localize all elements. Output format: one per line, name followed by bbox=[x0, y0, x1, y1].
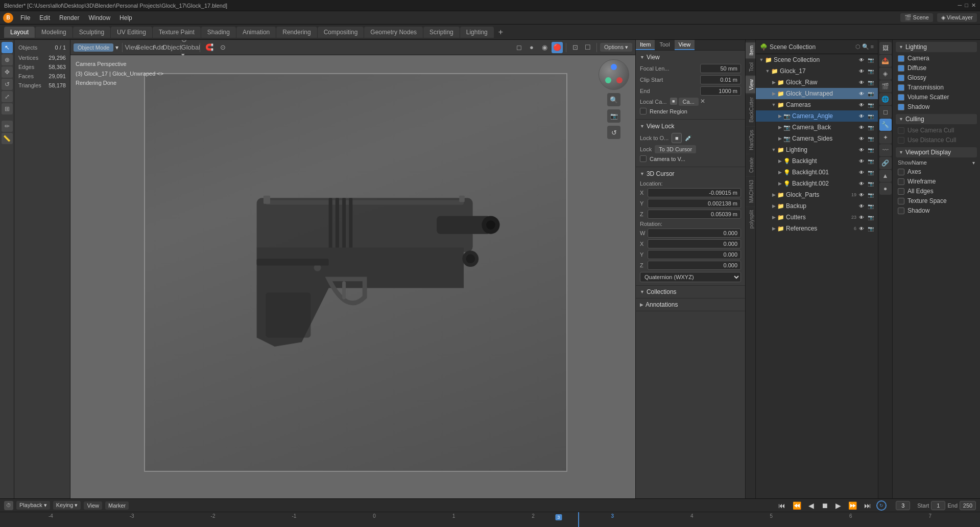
show-shadow-check[interactable] bbox=[898, 208, 904, 214]
material-shading[interactable]: ◉ bbox=[539, 42, 550, 53]
tree-vis-camera-sides[interactable]: 👁 bbox=[857, 134, 866, 143]
collections-collapsible[interactable]: Collections bbox=[636, 286, 745, 299]
n-tab-tool[interactable]: Tool bbox=[655, 40, 674, 50]
tree-backlight-002[interactable]: ▶ 💡 Backlight.002 👁 📷 bbox=[756, 178, 878, 189]
options-btn[interactable]: Options ▾ bbox=[600, 43, 632, 52]
marker-menu[interactable]: Marker bbox=[105, 501, 129, 510]
props-tab-object-data[interactable]: ▲ bbox=[879, 170, 892, 182]
blender-logo[interactable]: B bbox=[3, 13, 13, 23]
props-tab-render[interactable]: 🖼 bbox=[879, 42, 892, 54]
menu-window[interactable]: Window bbox=[84, 13, 114, 22]
n-3dcursor-header[interactable]: 3D Cursor bbox=[640, 170, 741, 177]
tab-sculpting[interactable]: Sculpting bbox=[73, 27, 110, 38]
tab-animation[interactable]: Animation bbox=[236, 27, 276, 38]
tree-render-backup[interactable]: 📷 bbox=[867, 202, 875, 210]
add-workspace-tab[interactable]: + bbox=[494, 27, 507, 38]
tab-geometry-nodes[interactable]: Geometry Nodes bbox=[364, 27, 423, 38]
n-rtab-item[interactable]: Item bbox=[746, 42, 755, 58]
tree-vis-backlight-001[interactable]: 👁 bbox=[857, 168, 866, 176]
prev-keyframe-btn[interactable]: ⏪ bbox=[791, 500, 803, 511]
show-all-edges-check[interactable] bbox=[898, 188, 904, 195]
n-tab-view[interactable]: View bbox=[675, 40, 695, 50]
n-view-header[interactable]: View bbox=[640, 54, 741, 61]
tree-render-glock-parts[interactable]: 📷 bbox=[867, 191, 875, 199]
viewport-mode-dropdown[interactable]: ▾ bbox=[115, 44, 118, 51]
view-menu-tl[interactable]: View bbox=[84, 501, 102, 510]
outliner-options-btn[interactable]: ≡ bbox=[871, 43, 874, 50]
object-mode-btn[interactable]: Object Mode bbox=[74, 43, 113, 52]
tree-vis-backlight-002[interactable]: 👁 bbox=[857, 179, 866, 188]
timeline-track[interactable]: -4 -3 -2 -1 0 1 2 3 4 5 6 7 3 bbox=[0, 512, 980, 527]
tree-render-backlight-001[interactable]: 📷 bbox=[867, 168, 875, 176]
tree-camera-back[interactable]: ▶ 📷 Camera_Back 👁 📷 bbox=[756, 122, 878, 133]
lighting-section-header[interactable]: Lighting bbox=[896, 42, 977, 52]
tree-render-camera-sides[interactable]: 📷 bbox=[867, 134, 875, 143]
expand-cameras[interactable]: ▼ bbox=[770, 101, 777, 108]
loop-toggle[interactable]: ↻ bbox=[876, 500, 887, 511]
show-wireframe-check[interactable] bbox=[898, 178, 904, 185]
lighting-shadow-check[interactable] bbox=[898, 104, 904, 110]
tree-vis-cameras[interactable]: 👁 bbox=[857, 101, 866, 109]
tree-render-lighting[interactable]: 📷 bbox=[867, 146, 875, 154]
expand-glock-unwraped[interactable]: ▶ bbox=[770, 90, 777, 97]
expand-backlight-002[interactable]: ▶ bbox=[776, 180, 783, 187]
n-rtab-hardops[interactable]: HardOps bbox=[746, 126, 755, 153]
tree-scene-collection[interactable]: ▼ 📁 Scene Collection 👁 📷 bbox=[756, 54, 878, 65]
camera-to-v-check[interactable] bbox=[640, 155, 647, 162]
solid-shading[interactable]: ● bbox=[526, 42, 537, 53]
n-tab-item[interactable]: Item bbox=[636, 40, 655, 50]
object-menu[interactable]: Object bbox=[166, 42, 177, 53]
tab-compositing[interactable]: Compositing bbox=[318, 27, 364, 38]
overlay-toggle[interactable]: ⊡ bbox=[569, 42, 581, 53]
window-minimize[interactable]: ─ bbox=[958, 2, 962, 9]
tree-glock-parts[interactable]: ▶ 📁 Glock_Parts 19 👁 📷 bbox=[756, 189, 878, 200]
tool-annotate[interactable]: ✏ bbox=[2, 121, 13, 132]
tool-scale[interactable]: ⤢ bbox=[2, 91, 13, 102]
tree-vis-glock17[interactable]: 👁 bbox=[857, 67, 866, 75]
tree-render-backlight-002[interactable]: 📷 bbox=[867, 179, 875, 188]
expand-backlight[interactable]: ▶ bbox=[776, 157, 783, 165]
tree-render-camera-angle[interactable]: 📷 bbox=[867, 112, 875, 120]
props-tab-scene[interactable]: 🎬 bbox=[879, 80, 892, 93]
tree-cameras[interactable]: ▼ 📁 Cameras 👁 📷 bbox=[756, 99, 878, 110]
menu-help[interactable]: Help bbox=[115, 13, 136, 22]
tree-render-camera-back[interactable]: 📷 bbox=[867, 123, 875, 131]
tree-vis-camera-back[interactable]: 👁 bbox=[857, 123, 866, 131]
outliner-filter-btn[interactable]: ⬡ bbox=[855, 43, 861, 50]
window-close[interactable]: ✕ bbox=[971, 2, 976, 9]
props-tab-modifier[interactable]: 🔧 bbox=[879, 119, 892, 131]
annotations-collapsible[interactable]: Annotations bbox=[636, 299, 745, 311]
stop-btn[interactable]: ⏹ bbox=[819, 500, 830, 511]
tool-cursor[interactable]: ⊕ bbox=[2, 54, 13, 65]
tree-glock17[interactable]: ▼ 📁 Glock_17 👁 📷 bbox=[756, 65, 878, 77]
camera-view-btn[interactable]: 📷 bbox=[607, 109, 620, 123]
wireframe-shading[interactable]: ◻ bbox=[513, 42, 524, 53]
tool-move[interactable]: ✥ bbox=[2, 66, 13, 78]
tree-camera-sides[interactable]: ▶ 📷 Camera_Sides 👁 📷 bbox=[756, 133, 878, 144]
n-rtab-create[interactable]: Create bbox=[746, 154, 755, 176]
tree-camera-angle[interactable]: ▶ 📷 Camera_Angle 👁 📷 bbox=[756, 110, 878, 122]
tree-render-cutters[interactable]: 📷 bbox=[867, 213, 875, 221]
tree-render-glock17[interactable]: 📷 bbox=[867, 67, 875, 75]
tree-expand-scene[interactable]: ▼ bbox=[758, 56, 765, 63]
render-region-check[interactable] bbox=[640, 108, 647, 114]
n-rtab-view[interactable]: View bbox=[746, 76, 755, 94]
tool-transform[interactable]: ⊞ bbox=[2, 103, 13, 114]
expand-references[interactable]: ▶ bbox=[770, 225, 777, 232]
keying-menu[interactable]: Keying ▾ bbox=[53, 501, 81, 510]
lighting-volumescatter-check[interactable] bbox=[898, 94, 904, 101]
tree-vis-glock-unwraped[interactable]: 👁 bbox=[857, 89, 866, 98]
culling-distance-check[interactable] bbox=[898, 137, 904, 144]
menu-file[interactable]: File bbox=[16, 13, 34, 22]
show-texture-space-check[interactable] bbox=[898, 198, 904, 204]
tab-shading[interactable]: Shading bbox=[201, 27, 236, 38]
tab-uv-editing[interactable]: UV Editing bbox=[111, 27, 152, 38]
tree-render-glock-raw[interactable]: 📷 bbox=[867, 78, 875, 86]
props-tab-world[interactable]: 🌐 bbox=[879, 93, 892, 105]
lighting-glossy-check[interactable] bbox=[898, 75, 904, 81]
n-viewlock-header[interactable]: View Lock bbox=[640, 123, 741, 130]
local-camera-close[interactable]: ✕ bbox=[700, 98, 705, 106]
tree-vis-cutters[interactable]: 👁 bbox=[857, 213, 866, 221]
local-camera-color[interactable]: ■ bbox=[670, 98, 677, 105]
props-tab-particles[interactable]: ✦ bbox=[879, 131, 892, 144]
